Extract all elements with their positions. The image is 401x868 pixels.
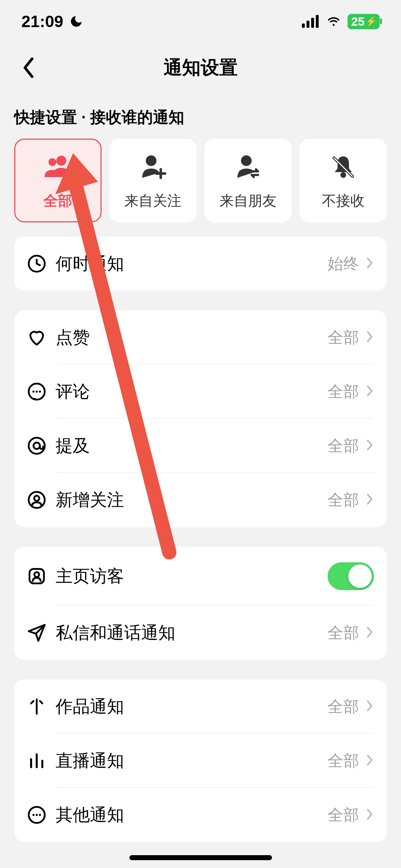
row-likes[interactable]: 点赞 全部 <box>14 310 387 365</box>
row-dm-calls[interactable]: 私信和通话通知 全部 <box>14 606 387 660</box>
status-bar: 21:09 25 ⚡ <box>0 0 401 43</box>
svg-point-34 <box>39 814 41 816</box>
row-comments[interactable]: 评论 全部 <box>14 365 387 419</box>
more-icon <box>27 805 56 825</box>
chevron-right-icon <box>365 492 374 508</box>
svg-rect-3 <box>316 15 319 28</box>
header: 通知设置 <box>0 43 401 93</box>
cellular-signal-icon <box>302 15 320 28</box>
row-label: 提及 <box>56 434 328 457</box>
row-label: 主页访客 <box>56 565 328 588</box>
quick-tile-label: 来自朋友 <box>220 191 277 211</box>
page-title: 通知设置 <box>0 55 401 80</box>
svg-point-6 <box>146 155 156 166</box>
row-label: 作品通知 <box>56 695 328 718</box>
svg-point-19 <box>34 443 40 449</box>
settings-group-interactions: 点赞 全部 评论 全部 提及 全部 新增关注 全部 <box>14 310 387 527</box>
row-label: 直播通知 <box>56 749 328 772</box>
row-label: 何时通知 <box>56 252 328 275</box>
svg-point-17 <box>39 391 41 393</box>
row-works-notify[interactable]: 作品通知 全部 <box>14 680 387 734</box>
sparkle-icon <box>27 697 56 716</box>
at-icon <box>27 436 56 455</box>
row-value: 全部 <box>328 805 359 826</box>
row-other-notify[interactable]: 其他通知 全部 <box>14 788 387 842</box>
svg-rect-1 <box>307 21 309 28</box>
row-value: 全部 <box>328 435 359 456</box>
row-when-notify[interactable]: 何时通知 始终 <box>14 237 387 291</box>
row-value: 全部 <box>328 696 359 717</box>
settings-group-when: 何时通知 始终 <box>14 237 387 291</box>
person-add-icon <box>139 153 167 181</box>
row-mentions[interactable]: 提及 全部 <box>14 419 387 473</box>
quick-tile-label: 不接收 <box>322 191 365 211</box>
chat-icon <box>27 382 56 401</box>
svg-point-21 <box>34 496 39 501</box>
person-exchange-icon <box>234 153 262 181</box>
back-button[interactable] <box>14 53 43 82</box>
svg-point-10 <box>340 172 346 178</box>
heart-icon <box>27 328 56 347</box>
charging-icon: ⚡ <box>365 16 377 27</box>
row-label: 其他通知 <box>56 804 328 826</box>
status-time: 21:09 <box>21 12 63 31</box>
row-value: 始终 <box>328 253 359 274</box>
svg-point-9 <box>241 155 252 166</box>
bell-off-icon <box>329 153 358 181</box>
settings-group-content: 作品通知 全部 直播通知 全部 其他通知 全部 <box>14 680 387 842</box>
svg-point-5 <box>48 158 56 166</box>
quick-tile-label: 全部 <box>43 191 72 211</box>
row-label: 评论 <box>56 380 328 403</box>
clock-icon <box>27 254 56 273</box>
quick-settings-label: 快捷设置 · 接收谁的通知 <box>0 93 401 139</box>
svg-point-32 <box>32 814 35 816</box>
quick-tile-following[interactable]: 来自关注 <box>109 139 197 222</box>
quick-tile-label: 来自关注 <box>124 191 181 211</box>
svg-point-16 <box>36 391 38 393</box>
svg-point-15 <box>32 391 35 393</box>
row-value: 全部 <box>328 490 359 511</box>
visitor-icon <box>27 567 56 586</box>
svg-point-33 <box>36 814 38 816</box>
row-live-notify[interactable]: 直播通知 全部 <box>14 734 387 788</box>
chevron-right-icon <box>365 807 374 823</box>
row-value: 全部 <box>328 381 359 402</box>
people-icon <box>42 153 74 181</box>
row-value: 全部 <box>328 327 359 348</box>
chevron-right-icon <box>365 625 374 641</box>
chevron-right-icon <box>365 383 374 400</box>
wifi-icon <box>325 15 343 28</box>
row-label: 新增关注 <box>56 489 328 511</box>
do-not-disturb-icon <box>69 14 83 29</box>
chevron-right-icon <box>365 438 374 454</box>
quick-tile-friends[interactable]: 来自朋友 <box>205 139 292 222</box>
home-indicator <box>129 855 272 860</box>
quick-tile-all[interactable]: 全部 <box>14 139 102 222</box>
quick-tile-none[interactable]: 不接收 <box>299 139 387 222</box>
svg-rect-2 <box>311 18 314 28</box>
row-label: 私信和通话通知 <box>56 621 328 644</box>
row-value: 全部 <box>328 750 359 771</box>
settings-group-visitors-messages: 主页访客 私信和通话通知 全部 <box>14 547 387 660</box>
svg-rect-0 <box>302 24 305 28</box>
chevron-right-icon <box>365 255 374 272</box>
row-label: 点赞 <box>56 326 328 349</box>
toggle-profile-visitors[interactable] <box>328 562 374 590</box>
chevron-right-icon <box>365 753 374 769</box>
row-new-follower[interactable]: 新增关注 全部 <box>14 473 387 527</box>
svg-point-23 <box>34 572 39 577</box>
svg-point-4 <box>56 156 66 166</box>
battery-percentage: 25 <box>351 15 365 29</box>
chevron-right-icon <box>365 698 374 715</box>
chevron-right-icon <box>365 329 374 346</box>
svg-line-27 <box>40 701 42 703</box>
battery-indicator: 25 ⚡ <box>348 14 380 29</box>
row-profile-visitors[interactable]: 主页访客 <box>14 547 387 606</box>
send-icon <box>27 623 56 642</box>
quick-settings-tiles: 全部 来自关注 来自朋友 不接收 <box>0 139 401 237</box>
row-value: 全部 <box>328 622 359 644</box>
bars-icon <box>27 751 56 770</box>
svg-line-26 <box>31 701 34 703</box>
user-circle-icon <box>27 490 56 510</box>
